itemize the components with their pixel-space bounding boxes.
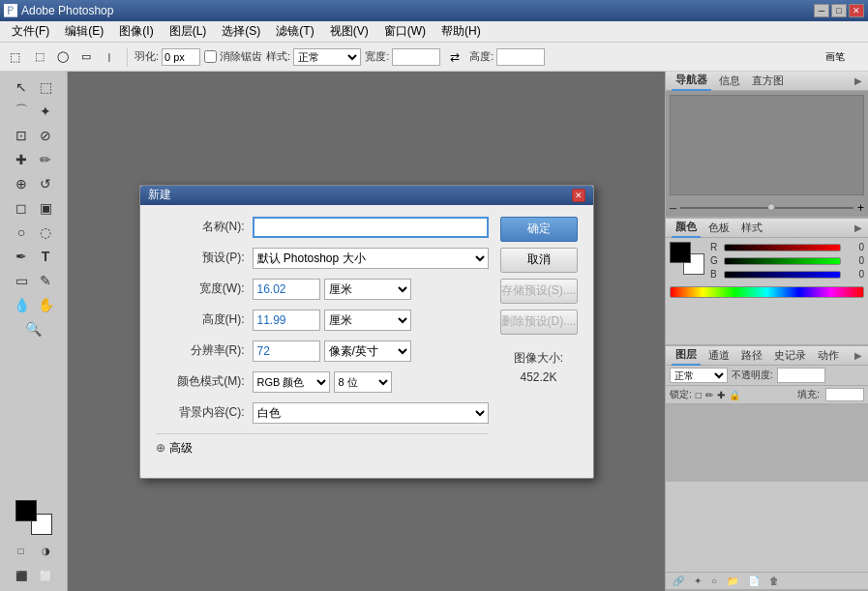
menu-window[interactable]: 窗口(W): [376, 21, 434, 42]
cancel-button[interactable]: 取消: [500, 248, 578, 273]
width-value-input[interactable]: [253, 279, 320, 300]
brush-tool[interactable]: ✏: [34, 148, 57, 171]
minimize-button[interactable]: ─: [814, 4, 829, 17]
delete-layer-btn[interactable]: 🗑: [766, 575, 782, 587]
tab-history[interactable]: 史记录: [770, 346, 810, 365]
lock-all-icon[interactable]: 🔒: [729, 390, 740, 400]
tab-paths[interactable]: 路径: [737, 346, 766, 365]
slice-tool[interactable]: ⊘: [34, 124, 57, 147]
resolution-unit-select[interactable]: 像素/英寸 像素/厘米: [324, 340, 411, 362]
tab-color[interactable]: 颜色: [672, 218, 701, 238]
eraser-tool[interactable]: ◻: [10, 196, 33, 220]
blend-mode-select[interactable]: 正常: [670, 368, 728, 383]
navigator-panel-close[interactable]: ▶: [854, 75, 862, 86]
preset-select[interactable]: 默认 Photoshop 大小: [253, 248, 489, 269]
menu-layer[interactable]: 图层(L): [162, 21, 215, 42]
zoom-plus-icon[interactable]: +: [857, 201, 864, 215]
nav-zoom-slider[interactable]: [680, 207, 853, 209]
lock-brush-icon[interactable]: ✏: [705, 390, 713, 400]
new-layer-btn[interactable]: 📄: [745, 575, 763, 587]
lasso-tool[interactable]: ⌒: [10, 100, 33, 123]
blur-tool[interactable]: ◌: [34, 221, 57, 244]
tab-actions[interactable]: 动作: [814, 346, 843, 365]
advanced-toggle[interactable]: ⊕: [156, 441, 165, 455]
maximize-button[interactable]: □: [831, 4, 847, 17]
bit-depth-select[interactable]: 8 位 16 位 32 位: [334, 371, 392, 393]
tab-histogram[interactable]: 直方图: [748, 72, 788, 90]
resolution-value-input[interactable]: [253, 340, 320, 362]
lock-move-icon[interactable]: ✚: [717, 390, 725, 400]
feather-input[interactable]: [162, 48, 200, 66]
tab-layers[interactable]: 图层: [672, 345, 701, 366]
menu-view[interactable]: 视图(V): [322, 21, 376, 42]
antialias-checkbox[interactable]: [204, 50, 217, 63]
close-button[interactable]: ✕: [849, 4, 864, 17]
width-unit-select[interactable]: 厘米 像素 英寸: [324, 279, 411, 300]
shape-tool[interactable]: ▭: [10, 269, 33, 292]
move-tool[interactable]: ↖: [10, 75, 33, 99]
swap-dimensions-btn[interactable]: ⇄: [444, 46, 465, 68]
zoom-minus-icon[interactable]: ─: [670, 203, 676, 214]
dodge-tool[interactable]: ○: [10, 221, 33, 244]
pen-tool[interactable]: ✒: [10, 245, 33, 268]
width-input[interactable]: [392, 48, 440, 66]
height-value-input[interactable]: [253, 310, 320, 331]
color-panel-close[interactable]: ▶: [854, 222, 862, 233]
fill-input[interactable]: [825, 388, 864, 401]
rect-marquee-btn[interactable]: ⬚: [29, 46, 50, 68]
screen-mode[interactable]: ⬛: [10, 564, 33, 587]
b-slider-track[interactable]: [724, 271, 841, 279]
link-layers-btn[interactable]: 🔗: [670, 575, 687, 587]
menu-help[interactable]: 帮助(H): [434, 21, 489, 42]
zoom-tool[interactable]: 🔍: [22, 317, 45, 340]
eyedrop-tool[interactable]: 💧: [10, 293, 33, 316]
menu-edit[interactable]: 编辑(E): [57, 21, 111, 42]
tab-styles[interactable]: 样式: [737, 219, 766, 237]
history-brush-tool[interactable]: ↺: [34, 172, 57, 195]
layers-panel-close[interactable]: ▶: [854, 350, 862, 361]
dialog-close-button[interactable]: ✕: [572, 189, 585, 202]
tab-info[interactable]: 信息: [715, 72, 744, 90]
tab-navigator[interactable]: 导航器: [672, 71, 711, 91]
r-slider-track[interactable]: [724, 244, 841, 251]
menu-filter[interactable]: 滤镜(T): [268, 21, 321, 42]
delete-preset-button[interactable]: 删除预设(D)....: [500, 310, 578, 335]
menu-select[interactable]: 选择(S): [214, 21, 268, 42]
ellipse-btn[interactable]: ◯: [52, 46, 74, 68]
background-select[interactable]: 白色 背景色 透明: [253, 402, 489, 424]
crop-tool[interactable]: ⊡: [10, 124, 33, 147]
foreground-color-swatch[interactable]: [15, 500, 37, 521]
g-slider-track[interactable]: [724, 257, 841, 265]
text-tool[interactable]: T: [34, 245, 57, 268]
style-select[interactable]: 正常: [293, 48, 361, 66]
standard-mode[interactable]: □: [10, 539, 33, 562]
color-spectrum[interactable]: [670, 286, 864, 298]
fullscreen-mode[interactable]: ⬜: [34, 564, 57, 587]
color-foreground-swatch[interactable]: [670, 242, 691, 263]
hand-tool[interactable]: ✋: [34, 293, 57, 316]
canvas-btn[interactable]: 画笔: [806, 46, 864, 68]
marquee-tool[interactable]: ⬚: [34, 75, 57, 99]
tab-swatches[interactable]: 色板: [704, 219, 733, 237]
color-mode-select[interactable]: RGB 颜色 灰度 CMYK 颜色: [253, 371, 330, 393]
opacity-input[interactable]: [777, 368, 825, 383]
layer-style-btn[interactable]: ✦: [691, 575, 704, 587]
save-preset-button[interactable]: 存储预设(S)....: [500, 279, 578, 304]
notes-tool[interactable]: ✎: [34, 269, 57, 292]
confirm-button[interactable]: 确定: [500, 217, 578, 242]
selection-tool-btn[interactable]: ⬚: [4, 46, 25, 68]
lock-transparent-icon[interactable]: □: [696, 390, 702, 400]
tab-channels[interactable]: 通道: [704, 346, 733, 365]
quickmask-mode[interactable]: ◑: [35, 539, 58, 562]
menu-image[interactable]: 图像(I): [111, 21, 161, 42]
height-input[interactable]: [496, 48, 545, 66]
heal-tool[interactable]: ✚: [10, 148, 33, 171]
row-btn[interactable]: ▭: [75, 46, 97, 68]
gradient-tool[interactable]: ▣: [34, 196, 57, 220]
height-unit-select[interactable]: 厘米 像素 英寸: [324, 310, 411, 331]
new-group-btn[interactable]: 📁: [724, 575, 741, 587]
menu-file[interactable]: 文件(F): [4, 21, 57, 42]
magic-wand-tool[interactable]: ✦: [34, 100, 57, 123]
clone-tool[interactable]: ⊕: [10, 172, 33, 195]
name-input[interactable]: [253, 217, 489, 238]
